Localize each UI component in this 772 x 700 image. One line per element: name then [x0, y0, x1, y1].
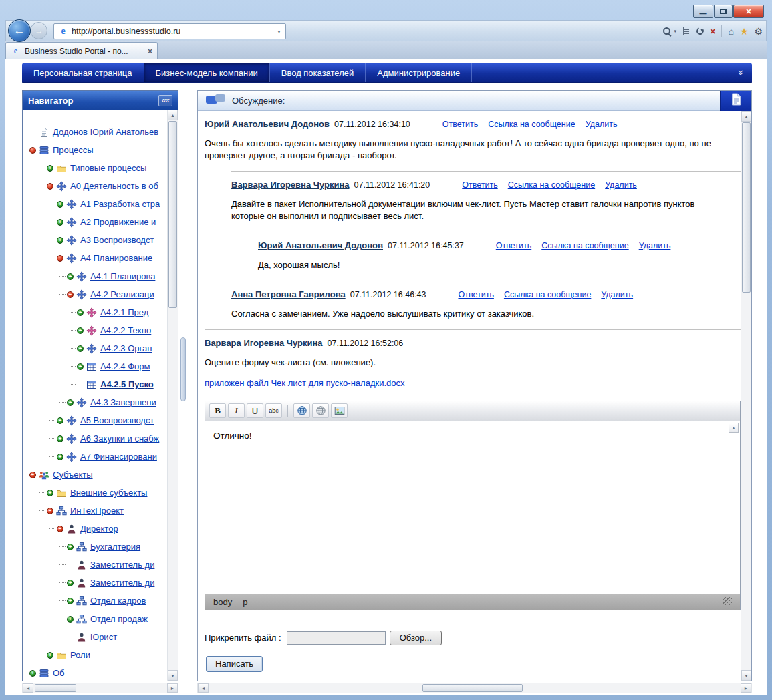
collapse-bullet-icon[interactable]: − — [29, 147, 36, 154]
delete-link[interactable]: Удалить — [601, 290, 633, 299]
tree-item[interactable]: +A5 Воспроизводст — [23, 411, 167, 429]
tree-item[interactable]: +A4.2.2 Техно — [23, 321, 167, 339]
tree-item-label[interactable]: A4.2.3 Орган — [100, 343, 152, 353]
attachment-link[interactable]: приложен файл Чек лист для пуско-наладки… — [205, 378, 405, 388]
underline-button[interactable]: U — [247, 403, 263, 418]
scroll-down-button[interactable]: ▼ — [741, 670, 751, 681]
tab-close-button[interactable]: × — [148, 47, 152, 56]
image-button[interactable] — [331, 403, 348, 418]
expand-bullet-icon[interactable]: + — [67, 580, 74, 586]
collapse-bullet-icon[interactable]: − — [47, 508, 53, 514]
tree-item-label[interactable]: Бухгалтерия — [90, 542, 140, 552]
tree-item-label[interactable]: A5 Воспроизводст — [80, 415, 154, 425]
tree-item[interactable]: +Об — [23, 664, 167, 681]
tree-item[interactable]: −Процессы — [23, 141, 167, 159]
refresh-button[interactable] — [696, 27, 704, 35]
tree-item[interactable]: +A4.2.4 Форм — [23, 357, 167, 375]
tree-item-label[interactable]: A4.2.1 Пред — [100, 307, 148, 317]
expand-bullet-icon[interactable]: + — [67, 273, 74, 280]
forward-button[interactable]: → — [30, 22, 47, 39]
minimize-button[interactable]: — — [693, 5, 713, 18]
tree-item-label[interactable]: A1 Разработка стра — [80, 199, 160, 209]
message-author[interactable]: Юрий Анатольевич Додонов — [258, 240, 383, 250]
collapse-bullet-icon[interactable]: − — [29, 472, 36, 478]
tree-item[interactable]: −Директор — [23, 520, 167, 538]
tree-item[interactable]: +A4.1 Планирова — [23, 267, 167, 285]
tree-item-label[interactable]: A7 Финансировани — [80, 452, 157, 462]
scroll-up-button[interactable]: ▲ — [168, 110, 178, 120]
tree-item[interactable]: +Бухгалтерия — [23, 538, 167, 556]
expand-bullet-icon[interactable]: + — [57, 219, 63, 226]
tree-item-label[interactable]: Додонов Юрий Анатольев — [53, 127, 158, 137]
expand-bullet-icon[interactable]: + — [47, 652, 53, 659]
tree-item-label[interactable]: A4.3 Завершени — [90, 397, 156, 407]
editor-content-area[interactable]: Отлично! ▲ — [205, 421, 740, 594]
tree-item[interactable]: +A4.3 Завершени — [23, 393, 167, 411]
message-author[interactable]: Анна Петровна Гаврилова — [231, 289, 346, 299]
compatibility-button[interactable] — [683, 27, 690, 35]
menu-tab[interactable]: Ввод показателей — [270, 63, 366, 82]
expand-bullet-icon[interactable]: + — [47, 165, 53, 172]
tree-item[interactable]: −ИнТехПроект — [23, 502, 167, 520]
collapse-bullet-icon[interactable]: − — [57, 526, 63, 532]
tree-item[interactable]: A4.2.5 Пуско — [23, 375, 167, 393]
expand-bullet-icon[interactable]: + — [57, 201, 63, 208]
expand-bullet-icon[interactable]: + — [57, 454, 63, 460]
tree-item-label[interactable]: Роли — [70, 650, 90, 660]
tree-item-label[interactable]: Юрист — [90, 632, 117, 642]
collapse-bullet-icon[interactable]: − — [67, 291, 74, 298]
tree-item-label[interactable]: A4.2.5 Пуско — [100, 379, 154, 389]
editor-scroll-up-button[interactable]: ▲ — [729, 423, 739, 433]
menu-tab[interactable]: Бизнес-модель компании — [144, 63, 270, 82]
delete-link[interactable]: Удалить — [639, 241, 671, 250]
menu-tab[interactable]: Администрирование — [366, 63, 472, 82]
tree-item-label[interactable]: A4.2.4 Форм — [100, 361, 150, 371]
collapse-panel-button[interactable]: «« — [158, 95, 172, 106]
tree-item[interactable]: −Субъекты — [23, 466, 167, 484]
scroll-thumb[interactable] — [35, 684, 76, 692]
address-dropdown-caret[interactable]: ▼ — [277, 29, 281, 34]
tree-item[interactable]: +Отдел кадров — [23, 592, 167, 610]
tree-item-label[interactable]: Директор — [80, 524, 118, 534]
italic-button[interactable]: I — [228, 403, 245, 418]
scroll-up-button[interactable]: ▲ — [741, 111, 751, 122]
tree-item[interactable]: +Внешние субъекты — [23, 484, 167, 502]
navigator-vscrollbar[interactable]: ▲ ▼ — [167, 110, 178, 681]
reply-link[interactable]: Ответить — [458, 290, 493, 299]
browser-tab[interactable]: e Business Studio Portal - по... × — [5, 42, 158, 59]
stop-button[interactable]: × — [710, 27, 715, 36]
expand-bullet-icon[interactable]: + — [77, 345, 84, 352]
expand-bullet-icon[interactable]: + — [57, 417, 63, 424]
message-permalink[interactable]: Ссылка на сообщение — [541, 241, 628, 250]
back-button[interactable]: ← — [8, 19, 31, 42]
reply-link[interactable]: Ответить — [496, 241, 531, 250]
expand-bullet-icon[interactable]: + — [67, 544, 74, 550]
tree-item[interactable]: −A4.2 Реализаци — [23, 285, 167, 303]
tree-item-label[interactable]: Отдел продаж — [90, 614, 148, 624]
bold-button[interactable]: B — [209, 403, 226, 418]
tree-item[interactable]: +A7 Финансировани — [23, 448, 167, 466]
scroll-thumb[interactable] — [742, 122, 751, 293]
expand-bullet-icon[interactable]: + — [77, 309, 84, 316]
tree-item[interactable]: Додонов Юрий Анатольев — [23, 123, 167, 141]
resize-grip-icon[interactable] — [723, 597, 732, 606]
file-input[interactable] — [287, 631, 386, 645]
scroll-down-button[interactable]: ▼ — [168, 670, 178, 681]
expand-bullet-icon[interactable]: + — [77, 363, 84, 370]
tree-item[interactable]: −A4 Планирование — [23, 249, 167, 267]
menu-tab[interactable]: Персональная страница — [22, 63, 144, 82]
favorites-button[interactable]: ★ — [740, 27, 749, 36]
expand-bullet-icon[interactable]: + — [77, 327, 84, 334]
maximize-button[interactable] — [714, 5, 733, 18]
scroll-right-button[interactable]: ► — [741, 683, 751, 693]
collapse-bullet-icon[interactable]: − — [47, 183, 53, 190]
element-path-body[interactable]: body — [213, 597, 232, 607]
strikethrough-button[interactable]: abc — [265, 403, 282, 418]
tree-item-label[interactable]: Субъекты — [53, 470, 93, 480]
navigator-hscrollbar[interactable]: ◄ ► — [22, 683, 178, 693]
tree-item-label[interactable]: A4.2.2 Техно — [100, 325, 151, 335]
message-author[interactable]: Варвара Игоревна Чуркина — [231, 180, 350, 190]
submit-button[interactable]: Написать — [206, 656, 263, 672]
editor-text[interactable]: Отлично! — [205, 421, 740, 450]
tree-item[interactable]: +A6 Закупки и снабж — [23, 429, 167, 448]
